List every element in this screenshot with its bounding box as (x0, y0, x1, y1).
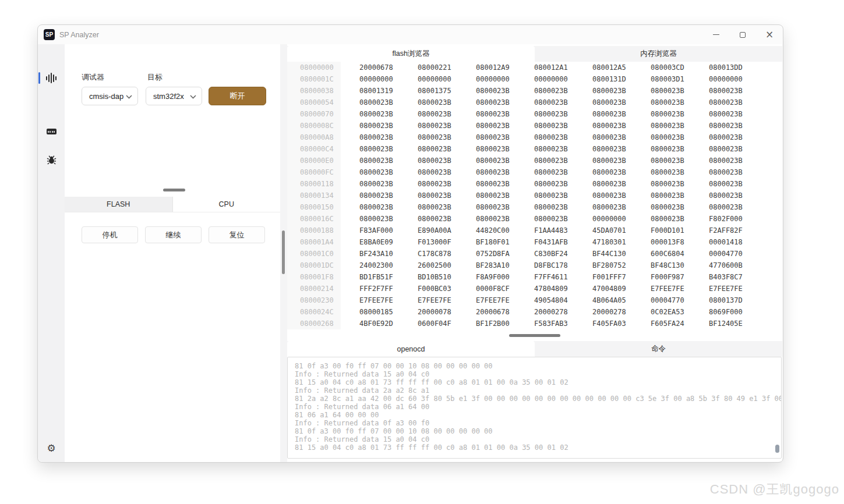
hex-cell[interactable]: F605FA24 (632, 320, 690, 328)
hex-cell[interactable]: 0800023B (457, 145, 515, 153)
hex-cell[interactable]: F2AFF82F (690, 226, 748, 235)
hex-cell[interactable]: 0800023B (457, 87, 515, 95)
hex-cell[interactable]: 8069F000 (690, 308, 748, 316)
hex-cell[interactable]: D8FBC178 (515, 261, 574, 269)
hex-cell[interactable]: 000013F8 (632, 238, 690, 246)
hex-cell[interactable]: 0800023B (341, 215, 399, 223)
hex-cell[interactable]: 0800023B (341, 180, 399, 188)
hex-cell[interactable]: E7FEE7FE (690, 285, 748, 293)
hex-cell[interactable]: 080003CD (632, 63, 690, 72)
hex-cell[interactable]: 0800023B (341, 145, 399, 153)
hex-cell[interactable]: 0800023B (574, 157, 632, 165)
table-row[interactable]: 080000E00800023B0800023B0800023B0800023B… (287, 155, 782, 166)
hex-cell[interactable]: 0800023B (457, 110, 515, 118)
minimize-button[interactable] (702, 25, 729, 44)
hex-cell[interactable]: 0800023B (574, 168, 632, 176)
tab-flash[interactable]: FLASH (65, 197, 173, 212)
hex-cell[interactable]: 00000000 (690, 75, 748, 83)
hex-cell[interactable]: F583FAB3 (515, 320, 574, 328)
hex-cell[interactable]: 20000678 (341, 63, 399, 72)
hex-cell[interactable]: 0800023B (515, 122, 574, 130)
hex-cell[interactable]: 00004770 (632, 296, 690, 304)
target-select[interactable]: stm32f2x (146, 87, 202, 105)
hex-cell[interactable]: BD10B510 (399, 273, 457, 281)
hex-cell[interactable]: 0800023B (690, 180, 748, 188)
hex-cell[interactable]: 080012A9 (457, 63, 515, 72)
hex-cell[interactable]: 0800023B (399, 191, 457, 200)
hex-cell[interactable]: 0800023B (341, 110, 399, 118)
hex-cell[interactable]: 20000678 (457, 308, 515, 316)
hex-cell[interactable]: 00004770 (690, 250, 748, 258)
hex-cell[interactable]: 0800023B (515, 110, 574, 118)
hex-cell[interactable]: C178C878 (399, 250, 457, 258)
hex-cell[interactable]: 0800023B (574, 133, 632, 141)
hex-cell[interactable]: 49054804 (515, 296, 574, 304)
hex-cell[interactable]: 26002500 (399, 261, 457, 269)
hex-cell[interactable]: F83AF000 (341, 226, 399, 235)
hex-cell[interactable]: 0800023B (515, 191, 574, 200)
hex-cell[interactable]: 0800023B (632, 191, 690, 200)
hex-cell[interactable]: 0800023B (399, 98, 457, 107)
hex-cell[interactable]: BF283A10 (457, 261, 515, 269)
table-row[interactable]: 080001180800023B0800023B0800023B0800023B… (287, 178, 782, 190)
vertical-scrollbar-thumb[interactable] (282, 230, 285, 274)
hex-cell[interactable]: 0800023B (574, 191, 632, 200)
table-row[interactable]: 080000C40800023B0800023B0800023B0800023B… (287, 143, 782, 155)
table-row[interactable]: 080000A80800023B0800023B0800023B0800023B… (287, 132, 782, 143)
hex-cell[interactable]: BF44C130 (574, 250, 632, 258)
hex-cell[interactable]: 0800023B (690, 203, 748, 211)
hex-cell[interactable]: F8A9F000 (457, 273, 515, 281)
hex-cell[interactable]: 00000000 (457, 75, 515, 83)
hex-cell[interactable]: C830BF24 (515, 250, 574, 258)
hex-cell[interactable]: 0800023B (690, 145, 748, 153)
hex-cell[interactable]: 600C6804 (632, 250, 690, 258)
table-row[interactable]: 080000002000067808000221080012A9080012A1… (287, 62, 782, 73)
table-row[interactable]: 080000700800023B0800023B0800023B0800023B… (287, 108, 782, 120)
hex-cell[interactable]: 0800023B (515, 133, 574, 141)
hex-cell[interactable]: 0800023B (574, 87, 632, 95)
hex-cell[interactable]: 00001418 (690, 238, 748, 246)
hex-cell[interactable]: BF12405E (690, 320, 748, 328)
hex-cell[interactable]: E890A00A (399, 226, 457, 235)
hex-cell[interactable]: 0800023B (632, 87, 690, 95)
hex-cell[interactable]: 08001319 (341, 87, 399, 95)
hex-cell[interactable]: 0800023B (515, 87, 574, 95)
table-row[interactable]: 0800024C08000185200000782000067820000278… (287, 306, 782, 318)
hex-cell[interactable]: 20000078 (399, 308, 457, 316)
table-row[interactable]: 080001500800023B0800023B0800023B0800023B… (287, 201, 782, 213)
hex-cell[interactable]: 0800023B (341, 157, 399, 165)
hex-cell[interactable]: F1AA4483 (515, 226, 574, 235)
tab-openocd[interactable]: openocd (287, 341, 535, 357)
tab-cpu[interactable]: CPU (173, 197, 281, 212)
hex-cell[interactable]: 0800023B (632, 168, 690, 176)
hex-cell[interactable]: 080013DD (690, 63, 748, 72)
hex-cell[interactable]: F0431AFB (515, 238, 574, 246)
table-row[interactable]: 080001C0BF243A10C178C8780752D8FAC830BF24… (287, 248, 782, 260)
hex-cell[interactable]: E7FEE7FE (341, 296, 399, 304)
console-splitter-handle[interactable] (509, 334, 560, 337)
hex-cell[interactable]: 0800023B (574, 110, 632, 118)
hex-cell[interactable]: 0800023B (632, 215, 690, 223)
hex-cell[interactable]: 0800023B (399, 203, 457, 211)
hex-cell[interactable]: 0800023B (632, 145, 690, 153)
hex-cell[interactable]: 20000278 (515, 308, 574, 316)
hex-cell[interactable]: 00000000 (574, 215, 632, 223)
hex-cell[interactable]: 20000278 (574, 308, 632, 316)
hex-cell[interactable]: 0800023B (457, 157, 515, 165)
hex-cell[interactable]: BF1F2B00 (457, 320, 515, 328)
hex-cell[interactable]: 0800023B (341, 191, 399, 200)
hex-cell[interactable]: 00000000 (515, 75, 574, 83)
hex-cell[interactable]: 0800023B (515, 157, 574, 165)
hex-cell[interactable]: F802F000 (690, 215, 748, 223)
tab-memory-browser[interactable]: 内存浏览器 (535, 46, 782, 62)
log-area[interactable]: 81 0f a3 00 f0 ff 07 00 00 10 08 00 00 0… (287, 357, 782, 459)
hex-cell[interactable]: 0800023B (515, 215, 574, 223)
hex-cell[interactable]: 4B064A05 (574, 296, 632, 304)
hex-cell[interactable]: 08001375 (399, 87, 457, 95)
hex-cell[interactable]: 0800023B (399, 145, 457, 153)
log-scrollbar-thumb[interactable] (775, 445, 779, 453)
hex-cell[interactable]: F001FFF7 (574, 273, 632, 281)
hex-cell[interactable]: 0800023B (690, 98, 748, 107)
hex-table[interactable]: 080000002000067808000221080012A9080012A1… (287, 62, 782, 329)
panel-splitter-handle[interactable] (163, 189, 185, 191)
